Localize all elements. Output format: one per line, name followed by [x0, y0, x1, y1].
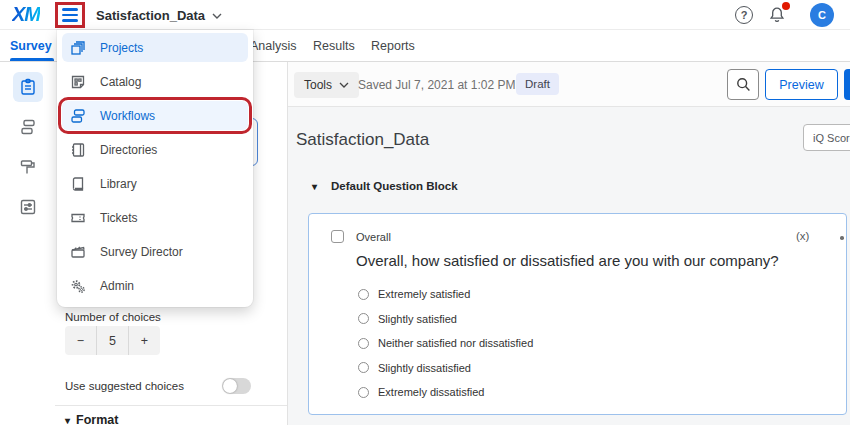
- account-avatar[interactable]: C: [810, 3, 834, 27]
- choice-label: Neither satisfied nor dissatisfied: [378, 337, 533, 349]
- decrease-choices-button[interactable]: −: [65, 326, 96, 355]
- menu-item-label: Survey Director: [100, 245, 183, 259]
- builder-icon-rail: [0, 62, 55, 425]
- menu-item-label: Directories: [100, 143, 157, 157]
- tab-survey[interactable]: Survey: [10, 39, 52, 53]
- menu-item-label: Workflows: [100, 109, 155, 123]
- question-card[interactable]: Overall (x) Overall, how satisfied or di…: [308, 213, 847, 415]
- collapse-triangle-icon: ▾: [312, 181, 317, 192]
- settings-sliders-icon: [18, 197, 38, 217]
- survey-page-title: Satisfaction_Data: [296, 130, 429, 150]
- choice-row: Extremely satisfied: [358, 288, 533, 300]
- tickets-icon: [69, 209, 87, 227]
- choices-count-value[interactable]: 5: [96, 326, 128, 355]
- choice-row: Extremely dissatisfied: [358, 386, 533, 398]
- drag-handle-dot[interactable]: [840, 236, 844, 240]
- tab-results[interactable]: Results: [313, 39, 355, 53]
- survey-director-icon: [69, 243, 87, 261]
- app-window: XM Satisfaction_Data ? C Survey Analysis…: [0, 0, 850, 425]
- menu-item-catalog[interactable]: Catalog: [62, 67, 248, 96]
- search-button[interactable]: [727, 69, 759, 100]
- survey-builder-button[interactable]: [13, 72, 43, 102]
- radio-icon[interactable]: [358, 313, 369, 324]
- menu-item-label: Library: [100, 177, 137, 191]
- help-icon[interactable]: ?: [735, 6, 753, 24]
- active-tab-underline: [10, 58, 54, 61]
- question-block-header[interactable]: ▾ Default Question Block: [312, 180, 458, 192]
- tools-menu-button[interactable]: Tools: [294, 72, 359, 98]
- question-label: Overall: [356, 231, 391, 243]
- notification-dot: [782, 2, 790, 10]
- question-text[interactable]: Overall, how satisfied or dissatisfied a…: [356, 252, 779, 269]
- increase-choices-button[interactable]: +: [128, 326, 160, 355]
- directories-icon: [69, 141, 87, 159]
- survey-options-button[interactable]: [13, 192, 43, 222]
- radio-icon[interactable]: [358, 362, 369, 373]
- choice-label: Slightly satisfied: [378, 313, 457, 325]
- hamburger-menu-button[interactable]: [55, 2, 85, 28]
- paint-roller-icon: [18, 157, 38, 177]
- format-section-label: Format: [76, 413, 118, 425]
- workflows-icon: [69, 107, 87, 125]
- tools-label: Tools: [304, 78, 332, 92]
- flow-icon: [18, 117, 38, 137]
- collapse-triangle-icon: ▾: [65, 415, 70, 425]
- clipboard-icon: [18, 77, 38, 97]
- choice-list: Extremely satisfied Slightly satisfied N…: [358, 288, 533, 398]
- toggle-knob: [223, 379, 237, 393]
- menu-item-projects[interactable]: Projects: [62, 33, 248, 62]
- main-content: Tools Saved Jul 7, 2021 at 1:02 PM Draft…: [288, 62, 850, 425]
- menu-item-workflows[interactable]: Workflows: [62, 101, 248, 130]
- menu-item-label: Admin: [100, 279, 134, 293]
- catalog-icon: [69, 73, 87, 91]
- use-suggested-choices-label: Use suggested choices: [65, 380, 184, 392]
- choice-row: Neither satisfied nor dissatisfied: [358, 337, 533, 349]
- choice-label: Slightly dissatisfied: [378, 362, 471, 374]
- sidebar-divider: [55, 405, 287, 406]
- menu-item-tickets[interactable]: Tickets: [62, 203, 248, 232]
- menu-item-label: Catalog: [100, 75, 141, 89]
- chevron-down-icon: [212, 13, 222, 19]
- menu-item-library[interactable]: Library: [62, 169, 248, 198]
- radio-icon[interactable]: [358, 338, 369, 349]
- use-suggested-choices-toggle[interactable]: [222, 378, 251, 394]
- choice-label: Extremely satisfied: [378, 288, 470, 300]
- admin-gears-icon: [69, 277, 87, 295]
- choice-row: Slightly satisfied: [358, 313, 533, 325]
- menu-item-label: Projects: [100, 41, 143, 55]
- menu-item-admin[interactable]: Admin: [62, 271, 248, 300]
- survey-toolbar: Tools Saved Jul 7, 2021 at 1:02 PM Draft…: [288, 62, 850, 107]
- draft-status-badge: Draft: [516, 73, 559, 95]
- question-checkbox[interactable]: [331, 230, 344, 243]
- top-bar: XM Satisfaction_Data ? C: [0, 0, 850, 30]
- look-and-feel-button[interactable]: [13, 152, 43, 182]
- tab-reports[interactable]: Reports: [371, 39, 415, 53]
- survey-flow-button[interactable]: [13, 112, 43, 142]
- radio-icon[interactable]: [358, 289, 369, 300]
- chevron-down-icon: [339, 82, 349, 88]
- tab-data-analysis[interactable]: Analysis: [250, 39, 297, 53]
- menu-item-survey-director[interactable]: Survey Director: [62, 237, 248, 266]
- menu-item-directories[interactable]: Directories: [62, 135, 248, 164]
- saved-status-text: Saved Jul 7, 2021 at 1:02 PM: [358, 78, 515, 92]
- choices-count-stepper: − 5 +: [65, 326, 160, 355]
- xm-logo: XM: [12, 3, 40, 26]
- library-icon: [69, 175, 87, 193]
- preview-button[interactable]: Preview: [765, 69, 838, 100]
- survey-name-dropdown[interactable]: Satisfaction_Data: [96, 8, 222, 23]
- question-code: (x): [796, 230, 809, 242]
- block-title-label: Default Question Block: [331, 180, 458, 192]
- survey-name-label: Satisfaction_Data: [96, 8, 205, 23]
- global-nav-menu: Projects Catalog Workflows Directories: [57, 30, 253, 307]
- radio-icon[interactable]: [358, 387, 369, 398]
- menu-item-label: Tickets: [100, 211, 138, 225]
- iq-score-button[interactable]: iQ Score: [803, 124, 850, 151]
- search-icon: [735, 76, 752, 93]
- choice-row: Slightly dissatisfied: [358, 362, 533, 374]
- projects-icon: [69, 39, 87, 57]
- choice-label: Extremely dissatisfied: [378, 386, 484, 398]
- format-section-header[interactable]: ▾ Format: [65, 413, 118, 425]
- number-of-choices-label: Number of choices: [65, 311, 161, 323]
- publish-button[interactable]: [844, 69, 850, 100]
